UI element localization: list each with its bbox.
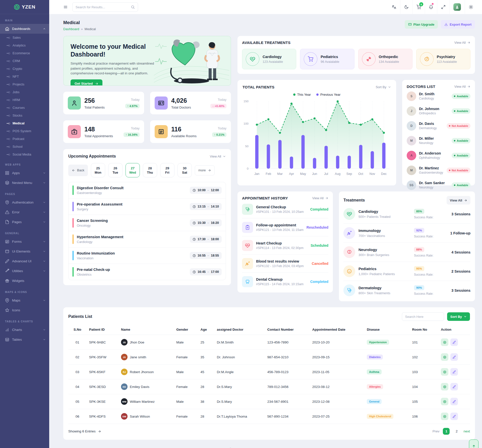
sidebar-subitem-pos-system[interactable]: POS System [0,127,49,135]
menu-toggle-icon[interactable] [63,5,68,9]
sidebar-subitem-social-media[interactable]: Social Media [0,151,49,158]
sidebar-subitem-stocks[interactable]: Stocks [0,112,49,119]
plan-upgrade-button[interactable]: Plan Upgrade [405,20,438,29]
treatment-tile-orthopedic[interactable]: Orthopedic134 Avaialable [358,49,412,69]
edit-button[interactable] [450,383,458,390]
pagination-prev[interactable]: Prev [433,429,440,433]
sidebar-item-icons[interactable]: Icons [0,305,49,315]
doctor-row[interactable]: JDr. JohnsonOrthopedicsAvailable [407,104,470,118]
pagination-page-2[interactable]: 2 [453,428,460,435]
table-row[interactable]: 01SPK-9ABCJDJhon DoeMale25Dr.M.Smith123-… [68,335,470,350]
doctor-row[interactable]: ADr. AndersonOphthalmologyAvailable [407,148,470,163]
view-button[interactable] [441,338,448,346]
sidebar-item-apps[interactable]: Apps [0,168,49,178]
day-chip-wed[interactable]: 27Wed [126,163,140,177]
history-item[interactable]: Follow-up appointment#SPK121 - 13 Feb 20… [242,218,328,236]
export-report-button[interactable]: Export Report [441,20,475,29]
edit-button[interactable] [450,338,458,346]
table-row[interactable]: 03SPK-6SKFRJRobert JhonsonMale45Dr.M.Ang… [68,365,470,379]
sidebar-item-widgets[interactable]: Widgets [0,276,49,286]
doctors-view-all[interactable]: View All [454,85,470,88]
profile-button[interactable] [449,0,465,14]
translate-button[interactable] [388,0,400,14]
doctor-row[interactable]: SSDr. Sam SankerNeurologyAvailable [407,178,470,192]
table-row[interactable]: 04SPK-3ESDEDEmiley DavisFemale28Dr.S.Mar… [68,379,470,394]
table-row[interactable]: 06SPK-4DFSSWSarah WilsonFemale28Dr.T.Lay… [68,409,470,424]
sidebar-subitem-medical[interactable]: Medical [0,119,49,127]
view-button[interactable] [441,383,448,390]
edit-button[interactable] [450,398,458,405]
sidebar-subitem-school[interactable]: School [0,143,49,151]
appointment-item[interactable]: Routine ImmunizationVaccination16:55–18:… [69,247,226,264]
dark-mode-button[interactable] [400,0,412,14]
sidebar-subitem-podcast[interactable]: Podcast [0,135,49,143]
sidebar-subitem-nft[interactable]: NFT [0,73,49,80]
sidebar-item-dashboards[interactable]: Dashboards [0,24,49,34]
sidebar-item-authentication[interactable]: Authentication [0,197,49,207]
search-input[interactable] [76,5,129,9]
sidebar-subitem-jobs[interactable]: Jobs [0,88,49,96]
appointment-item[interactable]: Cancer ScreeningOncology15:30–16:20 [69,215,226,231]
appointment-item[interactable]: Digestive Disorder ConsultGastroenterolo… [69,182,226,198]
notifications-button[interactable] [425,0,437,14]
sidebar-item-ui-elements[interactable]: Ui Elements [0,246,49,256]
doctor-row[interactable]: DDr. DavisDermatologyNot Available [407,118,470,133]
sidebar-subitem-projects[interactable]: Projects [0,80,49,88]
edit-button[interactable] [450,353,458,361]
breadcrumb-dashboard[interactable]: Dashboard [63,27,79,31]
search-icon[interactable] [131,5,135,9]
doctor-row[interactable]: SDr. SmithCardiologyAvailable [407,89,470,104]
sidebar-item-tables[interactable]: Tables [0,335,49,344]
treatment-tile-pediatrics[interactable]: Pediatrics96 Avaialable [300,49,354,69]
history-item[interactable]: Dental Cleanup#SPK115 - 14 Feb 2024, 10:… [242,273,328,290]
edit-button[interactable] [450,413,458,420]
sidebar-item-forms[interactable]: Forms [0,237,49,246]
treatment-row[interactable]: Pediatrics1,000+ Pediatric Patients95%Su… [343,262,470,281]
pagination-page-1[interactable]: 1 [443,428,450,435]
sidebar-item-advanced-ui[interactable]: Advanced UI [0,256,49,266]
patients-search-input[interactable] [402,312,444,321]
edit-button[interactable] [450,368,458,376]
table-row[interactable]: 02SPK-3SFWJSJane smithFemale35Dr. Johnso… [68,350,470,365]
history-item[interactable]: General Checkup#SPK101 - 13 Feb 2024, 10… [242,200,328,218]
appointment-item[interactable]: Pre-operative AssessmentSurgery13:15–14:… [69,198,226,215]
sidebar-item-error[interactable]: Error [0,207,49,217]
history-item[interactable]: Heart Checkup#SPK114 - 13 Feb 2024, 02:3… [242,236,328,255]
sidebar-subitem-crypto[interactable]: Crypto [0,65,49,73]
fullscreen-button[interactable] [437,0,449,14]
appointment-item[interactable]: Hypertension ManagementCardiology17:30–1… [69,231,226,247]
sidebar-item-nested-menu[interactable]: Nested Menu [0,178,49,188]
treatment-tile-cardiology[interactable]: Cardiology123 Avaialable [242,49,296,69]
cart-button[interactable]: 5 [412,0,425,14]
sidebar-subitem-sales[interactable]: Sales [0,34,49,41]
get-started-button[interactable]: Get Started [71,79,102,86]
pagination-next[interactable]: next [463,429,470,433]
day-chip-thu[interactable]: 28Thu [143,163,157,177]
doctor-row[interactable]: MDr. MillerNeurologyAvailable [407,133,470,148]
history-item[interactable]: Blood test results review#SPK132 - 13 Fe… [242,255,328,273]
appointment-item[interactable]: Pre-natal Check-upObstetrics16:45–17:00 [69,264,226,280]
view-button[interactable] [441,413,448,420]
brand-logo[interactable]: YZEN [0,0,49,14]
treatment-row[interactable]: Immunology700+ Vaccinations92%Success Ra… [343,224,470,243]
sidebar-item-utilities[interactable]: Utilities [0,266,49,276]
treatments-view-all-button[interactable]: View All [447,196,470,205]
available-treatments-view-all[interactable]: View All [454,41,470,44]
sidebar-subitem-courses[interactable]: Courses [0,104,49,112]
back-button[interactable]: Back [68,165,88,176]
day-chip-tue[interactable]: 26Tue [108,163,123,177]
treatment-row[interactable]: Neurology300+ Brain Surgeries88%Success … [343,243,470,262]
treatment-row[interactable]: Cardiology500+ Patients Treated85%Succes… [343,205,470,224]
sidebar-item-maps[interactable]: Maps [0,295,49,305]
doctor-row[interactable]: MDr. MartinezGastroenterologyNot Availab… [407,163,470,178]
day-chip-sat[interactable]: 30Sat [177,163,192,177]
history-view-all[interactable]: View All [312,196,328,200]
view-button[interactable] [441,353,448,361]
patients-sort-button[interactable]: Sort By [447,312,470,321]
view-button[interactable] [441,368,448,376]
treatment-tile-psychiatry[interactable]: Psychiatry113 Avaialable [416,49,470,69]
sidebar-subitem-crm[interactable]: CRM [0,57,49,65]
treatment-row[interactable]: Dermatology800+ Skin Treatments90%Succes… [343,281,470,300]
settings-button[interactable] [465,0,477,14]
sidebar-item-charts[interactable]: Charts [0,325,49,335]
